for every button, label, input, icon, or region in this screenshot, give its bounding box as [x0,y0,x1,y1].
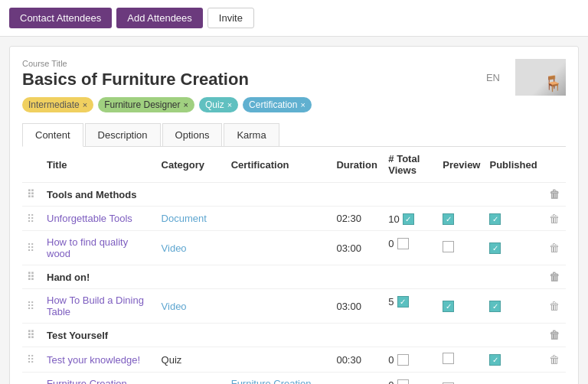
tab-options[interactable]: Options [162,123,223,146]
trash-icon[interactable]: 🗑 [549,213,560,225]
table-row: ⠿ Furniture Creation Certification Certi… [22,373,566,385]
published-checkbox[interactable]: ✓ [489,354,501,366]
item-certification [227,207,332,231]
preview-checkbox[interactable]: ✓ [443,213,454,225]
tag-certification-label: Certification [249,99,297,110]
trash-icon[interactable]: 🗑 [549,271,560,283]
main-content: Course Title Basics of Furniture Creatio… [9,46,579,384]
course-label: Course Title [22,59,249,68]
views-checkbox[interactable] [397,379,409,384]
item-title-link[interactable]: Furniture Creation Certification [47,378,127,384]
item-title-link[interactable]: Test your knowledge! [47,354,140,366]
item-certification [227,289,332,324]
col-header-preview: Preview [438,147,485,183]
views-count: 10 [388,213,399,225]
views-count: 0 [388,354,394,366]
tag-intermediate-remove[interactable]: × [83,100,87,109]
section-title: Hand on! [42,265,544,289]
trash-icon[interactable]: 🗑 [549,300,560,312]
lang-badge: EN [486,72,508,83]
top-bar: Contact Attendees Add Attendees Invite [0,0,588,37]
col-header-title: Title [42,147,157,183]
views-checkbox[interactable] [397,238,409,249]
item-category: Video [162,301,187,312]
content-table: Title Category Certification Duration # … [22,147,566,384]
tag-furniture-label: Furniture Designer [104,99,180,110]
col-header-views: # Total Views [384,147,438,183]
item-certification-link[interactable]: Furniture Creation Certification [231,378,312,384]
tag-intermediate-label: Intermediate [28,99,80,110]
tag-furniture-designer[interactable]: Furniture Designer × [98,97,194,112]
item-category: Document [162,213,207,224]
views-count: 0 [388,238,394,249]
tag-quiz[interactable]: Quiz × [199,97,238,112]
views-checkbox[interactable]: ✓ [397,296,409,308]
drag-handle[interactable]: ⠿ [27,353,38,366]
drag-handle[interactable]: ⠿ [27,300,38,312]
published-checkbox[interactable]: ✓ [489,242,501,254]
item-duration: 02:30 [332,207,384,231]
views-count: 5 [388,296,394,308]
table-row: ⠿ How to find quality wood Video 03:00 0… [22,231,566,265]
item-category: Quiz [162,354,182,366]
course-title: Basics of Furniture Creation [22,70,249,89]
item-duration: 03:00 [332,289,384,324]
drag-handle[interactable]: ⠿ [27,242,38,254]
col-header-duration: Duration [332,147,384,183]
table-row: ⠿ Test your knowledge! Quiz 00:30 0 ✓ 🗑 [22,347,566,373]
col-header-published: Published [485,147,544,183]
tab-content[interactable]: Content [22,123,83,147]
add-attendees-button[interactable]: Add Attendees [116,8,203,28]
published-checkbox[interactable]: ✓ [489,301,501,312]
tag-certification[interactable]: Certification × [243,97,312,112]
item-certification [227,347,332,373]
table-row: ⠿ Test Yourself 🗑 [22,324,566,347]
trash-icon[interactable]: 🗑 [549,242,560,254]
tag-quiz-label: Quiz [205,99,224,110]
item-duration: 00:30 [332,347,384,373]
invite-button[interactable]: Invite [207,8,254,28]
col-header-certification: Certification [227,147,332,183]
item-title-link[interactable]: Unforgettable Tools [47,213,132,224]
section-title: Test Yourself [42,324,544,347]
table-row: ⠿ How To Build a Dining Table Video 03:0… [22,289,566,324]
drag-handle[interactable]: ⠿ [27,329,38,341]
tab-description[interactable]: Description [85,123,161,146]
table-row: ⠿ Tools and Methods 🗑 [22,183,566,207]
trash-icon[interactable]: 🗑 [549,329,560,341]
views-checkbox[interactable] [397,354,409,366]
drag-handle[interactable]: ⠿ [27,213,38,225]
published-checkbox[interactable]: ✓ [489,213,501,225]
trash-icon[interactable]: 🗑 [549,188,560,200]
tag-furniture-remove[interactable]: × [184,100,188,109]
item-title-link[interactable]: How To Build a Dining Table [47,295,144,317]
tag-intermediate[interactable]: Intermediate × [22,97,93,112]
tab-karma[interactable]: Karma [224,123,279,146]
section-title: Tools and Methods [42,183,544,207]
drag-handle[interactable]: ⠿ [27,188,38,200]
drag-handle[interactable]: ⠿ [27,271,38,283]
table-row: ⠿ Unforgettable Tools Document 02:30 10 … [22,207,566,231]
tag-certification-remove[interactable]: × [300,100,305,109]
preview-checkbox[interactable]: ✓ [443,301,454,312]
preview-checkbox[interactable] [443,353,454,364]
item-category: Video [162,242,187,254]
item-title-link[interactable]: How to find quality wood [47,236,128,259]
views-checkbox[interactable]: ✓ [403,213,414,225]
item-duration: 03:00 [332,231,384,265]
col-header-category: Category [157,147,227,183]
preview-checkbox[interactable] [443,241,454,252]
tags-row: Intermediate × Furniture Designer × Quiz… [22,97,566,112]
views-count: 0 [388,379,394,384]
table-row: ⠿ Hand on! 🗑 [22,265,566,289]
item-certification [227,231,332,265]
contact-attendees-button[interactable]: Contact Attendees [9,8,112,28]
tabs-row: Content Description Options Karma [22,123,566,147]
trash-icon[interactable]: 🗑 [549,353,560,366]
course-image [515,59,566,96]
tag-quiz-remove[interactable]: × [227,100,232,109]
item-duration: 00:00 [332,373,384,385]
